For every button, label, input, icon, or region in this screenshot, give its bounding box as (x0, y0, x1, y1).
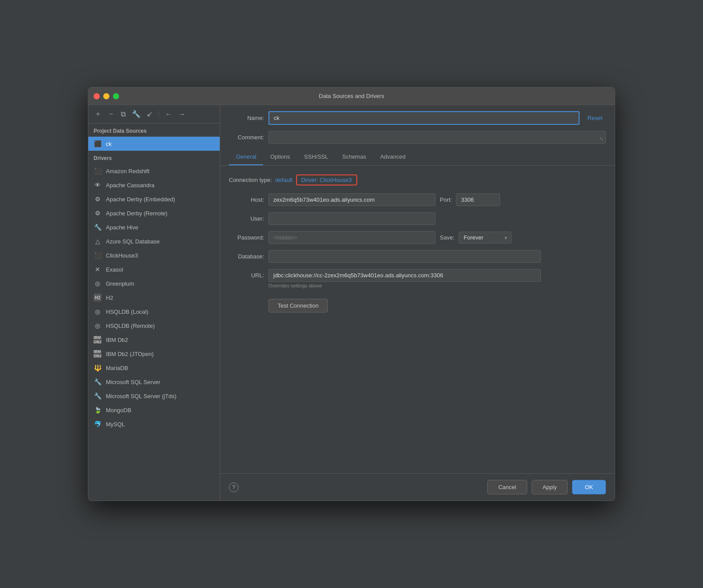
close-button[interactable] (94, 93, 100, 99)
connection-type-value[interactable]: default (275, 177, 293, 183)
minimize-button[interactable] (103, 93, 109, 99)
sidebar-item-clickhouse3-label: ClickHouse3 (106, 252, 138, 259)
forward-button[interactable]: → (177, 109, 187, 119)
save-select-wrap: Forever Until restart Never ▼ (459, 232, 511, 243)
sidebar-item-ibm-db2-label: IBM Db2 (106, 337, 128, 343)
project-section-label: Project Data Sources (88, 123, 220, 137)
save-select[interactable]: Forever Until restart Never (459, 232, 511, 243)
sidebar-item-ck-label: ck (106, 141, 112, 147)
sidebar-item-apache-derby-remote[interactable]: ⚙ Apache Derby (Remote) (88, 206, 220, 220)
sidebar-item-mysql[interactable]: 🐬 MySQL (88, 417, 220, 431)
mariadb-icon: 🔱 (94, 364, 101, 372)
maximize-button[interactable] (113, 93, 119, 99)
sidebar-item-apache-hive[interactable]: 🔧 Apache Hive (88, 220, 220, 234)
ibm-db2-jtopen-icon: IBM DB2 (94, 350, 101, 358)
comment-row: Comment: ⤡ (220, 129, 615, 149)
sidebar-item-apache-derby-embedded[interactable]: ⚙ Apache Derby (Embedded) (88, 192, 220, 206)
mysql-icon: 🐬 (94, 420, 101, 428)
database-row: Database: (229, 250, 606, 263)
apache-derby-remote-icon: ⚙ (94, 209, 101, 217)
tab-content-general: Connection type: default Driver: ClickHo… (220, 166, 615, 473)
mongodb-icon: 🍃 (94, 406, 101, 414)
footer-left: ? (229, 483, 239, 492)
apache-derby-embedded-icon: ⚙ (94, 195, 101, 203)
sidebar-item-hsqldb-local[interactable]: ◎ HSQLDB (Local) (88, 305, 220, 319)
ok-button[interactable]: OK (572, 480, 606, 494)
footer: ? Cancel Apply OK (220, 473, 615, 501)
url-input[interactable] (268, 269, 541, 282)
back-button[interactable]: ← (163, 109, 174, 119)
sidebar-item-amazon-redshift[interactable]: ⬛ Amazon Redshift (88, 164, 220, 178)
tab-schemas[interactable]: Schemas (335, 149, 373, 165)
sidebar-item-mssql-label: Microsoft SQL Server (106, 379, 160, 385)
sidebar-toolbar: ＋ － ⧉ 🔧 ↙ ← → (88, 105, 220, 123)
tab-advanced[interactable]: Advanced (373, 149, 413, 165)
remove-datasource-button[interactable]: － (106, 109, 116, 120)
host-input[interactable] (268, 193, 435, 206)
titlebar: Data Sources and Drivers (88, 87, 615, 105)
test-connection-button[interactable]: Test Connection (268, 299, 328, 312)
sidebar-item-mysql-label: MySQL (106, 421, 125, 428)
url-label: URL: (229, 272, 264, 279)
main-layout: ＋ － ⧉ 🔧 ↙ ← → Project Data Sources ⬛ ck … (88, 105, 615, 501)
host-row: Host: Port: (229, 193, 606, 206)
sidebar: ＋ － ⧉ 🔧 ↙ ← → Project Data Sources ⬛ ck … (88, 105, 220, 501)
sidebar-item-azure-sql[interactable]: △ Azure SQL Database (88, 234, 220, 248)
port-input[interactable] (456, 193, 500, 206)
driver-badge[interactable]: Driver: ClickHouse3 (296, 174, 357, 185)
export-button[interactable]: ↙ (145, 109, 154, 119)
user-input[interactable] (268, 212, 435, 225)
sidebar-item-apache-cassandra[interactable]: 👁 Apache Cassandra (88, 178, 220, 192)
ibm-db2-icon: IBM DB2 (94, 336, 101, 344)
sidebar-item-mssql[interactable]: 🔧 Microsoft SQL Server (88, 375, 220, 389)
name-input-wrap (268, 111, 580, 125)
sidebar-item-mongodb[interactable]: 🍃 MongoDB (88, 403, 220, 417)
url-row: URL: (229, 269, 606, 282)
sidebar-item-mariadb[interactable]: 🔱 MariaDB (88, 361, 220, 375)
form-fields: Host: Port: User: Password: Save (229, 193, 606, 312)
sidebar-item-mssql-jtds-label: Microsoft SQL Server (jTds) (106, 393, 177, 399)
driver-value: ClickHouse3 (320, 177, 352, 183)
name-input[interactable] (268, 111, 580, 125)
add-datasource-button[interactable]: ＋ (93, 109, 103, 120)
traffic-lights (94, 93, 119, 99)
user-label: User: (229, 215, 264, 222)
connection-type-row: Connection type: default Driver: ClickHo… (229, 174, 606, 185)
sidebar-item-apache-derby-embedded-label: Apache Derby (Embedded) (106, 196, 175, 203)
port-label: Port: (440, 196, 452, 203)
user-row: User: (229, 212, 606, 225)
sidebar-item-h2[interactable]: H2 H2 (88, 290, 220, 305)
tab-general[interactable]: General (229, 149, 263, 165)
connection-type-label: Connection type: (229, 177, 272, 183)
cancel-button[interactable]: Cancel (487, 480, 527, 494)
database-input[interactable] (268, 250, 541, 263)
sidebar-item-mssql-jtds[interactable]: 🔧 Microsoft SQL Server (jTds) (88, 389, 220, 403)
apply-button[interactable]: Apply (532, 480, 568, 494)
comment-label: Comment: (229, 134, 264, 141)
reset-button[interactable]: Reset (584, 113, 606, 123)
tab-options[interactable]: Options (263, 149, 297, 165)
sidebar-item-hsqldb-remote-label: HSQLDB (Remote) (106, 323, 155, 329)
copy-datasource-button[interactable]: ⧉ (119, 109, 127, 119)
settings-button[interactable]: 🔧 (130, 109, 142, 119)
hsqldb-remote-icon: ◎ (94, 322, 101, 330)
comment-input[interactable] (268, 131, 606, 144)
sidebar-item-greenplum-label: Greenplum (106, 280, 134, 287)
azure-sql-icon: △ (94, 237, 101, 245)
sidebar-item-exasol-label: Exasol (106, 266, 123, 273)
password-input[interactable] (268, 231, 435, 244)
sidebar-item-ck[interactable]: ⬛ ck (88, 137, 220, 151)
drivers-section-label: Drivers (88, 151, 220, 164)
driver-label: Driver: (301, 177, 318, 183)
sidebar-item-hsqldb-remote[interactable]: ◎ HSQLDB (Remote) (88, 319, 220, 333)
sidebar-item-ibm-db2-jtopen[interactable]: IBM DB2 IBM Db2 (JTOpen) (88, 347, 220, 361)
sidebar-item-exasol[interactable]: ✕ Exasol (88, 262, 220, 276)
tab-ssh-ssl[interactable]: SSH/SSL (297, 149, 335, 165)
sidebar-item-ibm-db2[interactable]: IBM DB2 IBM Db2 (88, 333, 220, 347)
footer-right: Cancel Apply OK (487, 480, 606, 494)
sidebar-item-greenplum[interactable]: ◎ Greenplum (88, 276, 220, 290)
hsqldb-local-icon: ◎ (94, 308, 101, 316)
help-button[interactable]: ? (229, 483, 239, 492)
sidebar-item-clickhouse3[interactable]: ⬛ ClickHouse3 (88, 248, 220, 262)
test-connection-row: Test Connection (229, 294, 606, 312)
